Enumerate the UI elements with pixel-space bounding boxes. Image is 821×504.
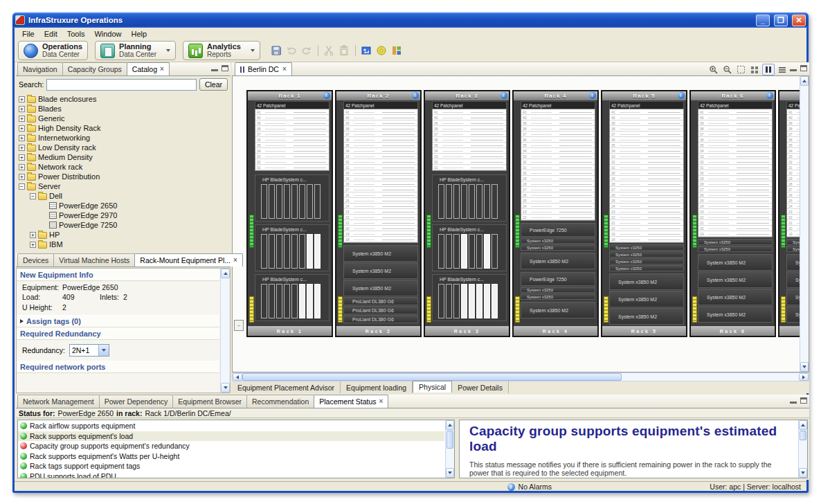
unit-system-x3850-m2[interactable]: System x3850 M2 xyxy=(343,245,418,262)
expand-icon[interactable]: + xyxy=(19,96,25,102)
minimize-panel-icon[interactable] xyxy=(790,66,797,71)
catalog-tab-navigation[interactable]: Navigation xyxy=(17,62,63,75)
minimize-panel-icon[interactable] xyxy=(790,398,797,404)
tree-item-network-rack[interactable]: +Network rack xyxy=(19,162,231,172)
expand-icon[interactable]: + xyxy=(19,145,25,151)
unit-poweredge-7250[interactable]: PowerEdge 7250 xyxy=(521,223,595,237)
status-tab-recommendation[interactable]: Recommendation xyxy=(246,395,314,408)
unit-system-x3250[interactable]: System x3250 xyxy=(609,265,684,271)
chevron-down-icon[interactable] xyxy=(98,345,109,356)
overview-toggle[interactable]: ~ xyxy=(234,320,244,331)
titlebar[interactable]: InfraStruxure Operations _ ❐ ✕ xyxy=(12,12,809,28)
redo-icon[interactable] xyxy=(300,44,314,57)
scroll-down-icon[interactable] xyxy=(446,468,454,478)
equipment-tab-devices[interactable]: Devices xyxy=(17,253,54,267)
info-icon[interactable]: i xyxy=(323,92,330,99)
unit-system-x3850-m2[interactable]: System x3850 M2 xyxy=(609,308,684,325)
expand-icon[interactable]: + xyxy=(19,125,25,132)
rack-rack-4[interactable]: Rack 4i42 Patchpanel41403938373635343332… xyxy=(512,90,599,337)
unit-patchpanel[interactable]: 4140393837363534333231302928272625242322 xyxy=(521,109,595,221)
close-icon[interactable]: × xyxy=(160,66,164,73)
scroll-up-icon[interactable] xyxy=(800,76,809,86)
scrollbar-thumb[interactable] xyxy=(446,431,453,449)
unit-system-x3850-m2[interactable]: System x3850 M2 xyxy=(698,271,773,288)
zoom-fit-icon[interactable] xyxy=(734,64,747,75)
unit-poweredge-7250[interactable]: PowerEdge 7250 xyxy=(521,272,595,286)
search-input[interactable] xyxy=(46,79,197,91)
check-rack-airflow-supports-equipment[interactable]: Rack airflow supports equipment xyxy=(18,421,444,431)
launcher-analytics[interactable]: AnalyticsReports xyxy=(183,41,260,60)
unit-patchpanel-label[interactable]: 42 Patchpanel xyxy=(255,101,330,109)
minimize-panel-icon[interactable] xyxy=(211,66,218,71)
equipment-tab-virtual-machine-hosts[interactable]: Virtual Machine Hosts xyxy=(53,253,135,267)
tree-item-ibm[interactable]: +IBM xyxy=(19,240,231,249)
info-icon[interactable]: i xyxy=(412,92,419,99)
menu-tools[interactable]: Tools xyxy=(62,29,90,39)
zoom-in-icon[interactable] xyxy=(707,64,719,75)
tree-item-dell[interactable]: −Dell xyxy=(19,191,231,201)
unit-system-x3250[interactable]: System x3250 xyxy=(698,246,773,252)
unit-patchpanel[interactable]: 4140393837363534333231302928272625242322… xyxy=(343,109,418,243)
unit-system-x3250[interactable]: System x3250 xyxy=(521,237,595,244)
menu-file[interactable]: File xyxy=(17,29,39,39)
tree-item-high-density-rack[interactable]: +High Density Rack xyxy=(19,123,231,133)
unit-patchpanel[interactable]: 4140393837363534333231 xyxy=(432,109,507,171)
scroll-up-icon[interactable] xyxy=(446,420,454,430)
rack-rack-1[interactable]: Rack 1i42 Patchpanel41403938373635343332… xyxy=(246,90,333,337)
close-icon[interactable]: × xyxy=(379,398,384,405)
rack-rack-3[interactable]: Rack 3i42 Patchpanel41403938373635343332… xyxy=(424,90,510,337)
close-window-button[interactable]: ✕ xyxy=(792,15,806,26)
collapse-icon[interactable]: − xyxy=(30,193,36,199)
tree-item-internetworking[interactable]: +Internetworking xyxy=(19,133,231,143)
chevron-down-icon[interactable] xyxy=(251,49,255,52)
equipment-panel-scrollbar[interactable] xyxy=(220,269,230,393)
unit-patchpanel-label[interactable]: 42 Patchpanel xyxy=(698,101,773,109)
scroll-up-icon[interactable] xyxy=(221,269,230,278)
unit-patchpanel-label[interactable]: 42 Patchpanel xyxy=(609,101,684,109)
pause-layout-icon[interactable] xyxy=(762,64,775,75)
unit-patchpanel[interactable]: 4140393837363534333231 xyxy=(255,109,330,171)
maximize-panel-icon[interactable] xyxy=(800,65,807,71)
layout-icon[interactable] xyxy=(390,44,404,57)
check-rack-supports-equipment-s-watts-per-u-height[interactable]: Rack supports equipment's Watts per U-he… xyxy=(18,451,444,462)
close-icon[interactable]: × xyxy=(282,66,287,73)
tree-item-poweredge-2970[interactable]: PowerEdge 2970 xyxy=(19,210,231,220)
expand-icon[interactable]: + xyxy=(19,164,25,170)
scroll-right-icon[interactable] xyxy=(799,373,809,381)
detail-scrollbar[interactable] xyxy=(798,420,807,478)
unit-hp-bladesystem-c[interactable]: HP BladeSystem c... xyxy=(432,174,507,222)
status-tab-power-dependency[interactable]: Power Dependency xyxy=(99,395,174,408)
checks-scrollbar[interactable] xyxy=(445,420,454,478)
restore-window-button[interactable]: ❐ xyxy=(774,15,788,26)
expand-icon[interactable]: + xyxy=(30,232,36,238)
unit-system-x3850-m2[interactable]: System x3850 M2 xyxy=(609,291,684,307)
scroll-left-icon[interactable] xyxy=(233,373,242,381)
maximize-panel-icon[interactable] xyxy=(800,397,807,404)
unit-proliant-dl380-g6[interactable]: ProLiant DL380 G6 xyxy=(343,297,418,305)
tree-item-hp[interactable]: +HP xyxy=(19,230,231,240)
scroll-down-icon[interactable] xyxy=(800,362,809,372)
unit-system-x3250[interactable]: System x3250 xyxy=(521,244,595,251)
view-tab-equipment-loading[interactable]: Equipment loading xyxy=(341,381,413,393)
menu-edit[interactable]: Edit xyxy=(39,29,62,39)
close-icon[interactable]: × xyxy=(233,257,237,264)
unit-system-x3250[interactable]: System x3250 xyxy=(521,294,595,300)
unit-hp-bladesystem-c[interactable]: HP BladeSystem c... xyxy=(255,174,330,222)
unit-hp-bladesystem-c[interactable]: HP BladeSystem c... xyxy=(432,224,507,271)
tree-item-server[interactable]: −Server xyxy=(19,181,231,191)
menu-help[interactable]: Help xyxy=(127,29,152,39)
check-rack-supports-equipment-s-load[interactable]: Rack supports equipment's load xyxy=(18,431,444,442)
equipment-tab-rack-mount-equipment-pl[interactable]: Rack-Mount Equipment Pl...× xyxy=(134,253,243,267)
zoom-out-icon[interactable] xyxy=(721,64,733,75)
maximize-panel-icon[interactable] xyxy=(222,65,228,71)
unit-patchpanel-label[interactable]: 42 Patchpanel xyxy=(521,101,595,109)
unit-system-x3850-m2[interactable]: System x3850 M2 xyxy=(698,289,773,305)
tree-item-blade-enclosures[interactable]: +Blade enclosures xyxy=(19,94,231,104)
unit-system-x3250[interactable]: System x3250 xyxy=(698,239,773,245)
scroll-down-icon[interactable] xyxy=(221,383,230,393)
expand-icon[interactable]: + xyxy=(19,106,25,112)
save-icon[interactable] xyxy=(270,44,283,57)
expand-icon[interactable]: + xyxy=(19,135,25,141)
check-capacity-group-supports-equipment-s-redundancy[interactable]: Capacity group supports equipment's redu… xyxy=(18,441,444,451)
scroll-down-icon[interactable] xyxy=(799,468,807,478)
